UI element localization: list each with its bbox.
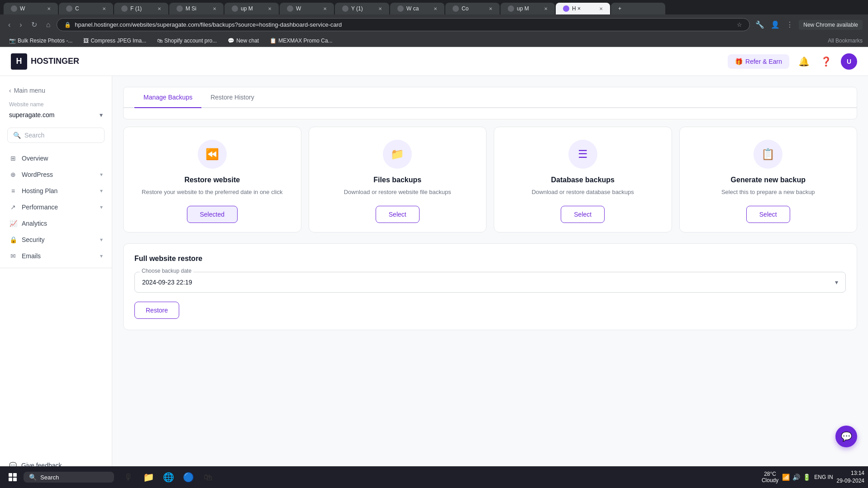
tab-close-icon[interactable]: ✕	[489, 6, 492, 11]
restore-selected-button[interactable]: Selected	[187, 206, 238, 223]
svg-rect-3	[13, 478, 17, 481]
sidebar-item-hosting-plan[interactable]: ≡ Hosting Plan ▾	[0, 183, 112, 199]
chat-button[interactable]: 💬	[835, 426, 857, 447]
browser-tab-plus[interactable]: +	[611, 3, 665, 14]
system-icons: 📶 🔊 🔋	[782, 474, 811, 481]
restore-card-desc: Restore your website to the preferred da…	[142, 188, 282, 197]
tab-close-icon[interactable]: ✕	[268, 6, 272, 11]
taskbar-right: 28°C Cloudy 📶 🔊 🔋 ENG IN 13:14 29-09-202…	[762, 469, 864, 481]
bookmark-item[interactable]: 📷 Bulk Resize Photos -...	[5, 37, 76, 45]
sidebar-item-wordpress[interactable]: ⊕ WordPress ▾	[0, 166, 112, 183]
browser-tab-co[interactable]: Co ✕	[445, 3, 500, 14]
tab-close-icon[interactable]: ✕	[434, 6, 437, 11]
sidebar-item-performance[interactable]: ↗ Performance ▾	[0, 199, 112, 215]
sidebar-item-label: Performance	[22, 204, 58, 211]
date-display: 29-09-2024	[837, 477, 864, 481]
taskbar-app-edge[interactable]: 🌐	[159, 468, 177, 481]
logo: H HOSTINGER	[11, 53, 79, 70]
tab-manage-backups[interactable]: Manage Backups	[134, 87, 201, 108]
browser-tab-w2[interactable]: W ✕	[280, 3, 334, 14]
forward-button[interactable]: ›	[17, 19, 24, 31]
new-chrome-button[interactable]: New Chrome available	[799, 20, 863, 30]
tab-favicon	[232, 5, 238, 12]
star-icon[interactable]: ☆	[737, 21, 742, 28]
tab-close-icon[interactable]: ✕	[599, 6, 603, 11]
tab-restore-history[interactable]: Restore History	[201, 87, 263, 108]
browser-tab-upm[interactable]: up M ✕	[224, 3, 279, 14]
generate-select-button[interactable]: Select	[746, 206, 790, 223]
svg-rect-2	[9, 478, 12, 481]
sidebar-item-label: Security	[22, 236, 45, 243]
weather-info: 28°C Cloudy	[762, 471, 778, 481]
sidebar-item-security[interactable]: 🔒 Security ▾	[0, 232, 112, 248]
taskbar-search-text: Search	[40, 474, 59, 481]
chevron-left-icon: ‹	[9, 87, 11, 94]
refer-earn-button[interactable]: 🎁 Refer & Earn	[728, 54, 789, 69]
app-body: ‹ Main menu Website name superagate.com …	[0, 76, 868, 481]
notifications-button[interactable]: 🔔	[796, 54, 811, 69]
bookmark-item[interactable]: 💬 New chat	[224, 37, 262, 45]
bookmarks-bar: 📷 Bulk Resize Photos -... 🖼 Compress JPE…	[0, 35, 868, 47]
user-avatar[interactable]: U	[841, 53, 857, 70]
taskbar-app-cortana[interactable]: 🎙	[119, 468, 138, 481]
security-icon: 🔒	[9, 236, 17, 243]
weather-temp: 28°C	[764, 471, 776, 477]
url-bar[interactable]: 🔒 hpanel.hostinger.com/websites/superaga…	[57, 18, 750, 31]
sidebar-item-emails[interactable]: ✉ Emails ▾	[0, 248, 112, 264]
back-button[interactable]: ‹	[5, 19, 13, 31]
tab-close-icon[interactable]: ✕	[544, 6, 548, 11]
files-icon-circle: 📁	[383, 140, 412, 169]
browser-tab-c[interactable]: C ✕	[59, 3, 113, 14]
taskbar-search[interactable]: 🔍 Search	[24, 472, 114, 481]
restore-button[interactable]: Restore	[134, 302, 179, 319]
bookmark-item[interactable]: 🛍 Shopify account pro...	[153, 37, 220, 45]
start-button[interactable]	[4, 468, 22, 481]
files-select-button[interactable]: Select	[376, 206, 420, 223]
reload-button[interactable]: ↻	[29, 19, 40, 31]
tab-close-icon[interactable]: ✕	[102, 6, 106, 11]
help-button[interactable]: ❓	[819, 54, 834, 69]
all-bookmarks-button[interactable]: All Bookmarks	[828, 38, 863, 44]
tab-close-icon[interactable]: ✕	[47, 6, 51, 11]
chevron-down-icon: ▾	[100, 188, 103, 194]
sidebar-item-analytics[interactable]: 📈 Analytics	[0, 215, 112, 232]
taskbar-app-store[interactable]: 🛍	[199, 468, 217, 481]
restore-card-title: Restore website	[184, 176, 240, 184]
browser-tab-wca[interactable]: W ca ✕	[390, 3, 444, 14]
date-picker-input[interactable]: 2024-09-23 22:19 ▾	[134, 272, 846, 293]
website-selector[interactable]: superagate.com ▾	[0, 109, 112, 124]
back-to-main-menu[interactable]: ‹ Main menu	[0, 83, 112, 98]
tab-close-icon[interactable]: ✕	[378, 6, 382, 11]
tab-close-icon[interactable]: ✕	[323, 6, 327, 11]
tab-close-icon[interactable]: ✕	[213, 6, 216, 11]
menu-button[interactable]: ⋮	[784, 19, 795, 31]
restore-section-title: Full website restore	[134, 255, 846, 263]
browser-tab-f[interactable]: F (1) ✕	[114, 3, 168, 14]
browser-tab-y[interactable]: Y (1) ✕	[335, 3, 389, 14]
sidebar-item-overview[interactable]: ⊞ Overview	[0, 150, 112, 166]
date-picker-value: 2024-09-23 22:19	[142, 279, 192, 286]
browser-tab-h-active[interactable]: H × ✕	[556, 3, 610, 14]
app-header: H HOSTINGER 🎁 Refer & Earn 🔔 ❓ U	[0, 47, 868, 76]
gift-icon: 🎁	[735, 58, 743, 65]
database-select-button[interactable]: Select	[561, 206, 605, 223]
bookmark-item[interactable]: 🖼 Compress JPEG Ima...	[80, 37, 150, 45]
files-card-title: Files backups	[373, 176, 421, 184]
database-icon: ☰	[578, 148, 588, 161]
emails-icon: ✉	[9, 252, 17, 260]
taskbar-app-explorer[interactable]: 📁	[139, 468, 157, 481]
taskbar-time: 13:14 29-09-2024	[837, 469, 864, 481]
home-button[interactable]: ⌂	[43, 19, 53, 31]
tab-close-icon[interactable]: ✕	[157, 6, 161, 11]
language-indicator: ENG IN	[814, 474, 833, 480]
sidebar-search[interactable]: 🔍 Search	[7, 128, 105, 143]
header-right: 🎁 Refer & Earn 🔔 ❓ U	[728, 53, 857, 70]
browser-tab-w1[interactable]: W ✕	[4, 3, 58, 14]
profile-button[interactable]: 👤	[769, 19, 782, 31]
browser-tab-m[interactable]: M Si ✕	[169, 3, 224, 14]
generate-card-title: Generate new backup	[731, 176, 806, 184]
bookmark-item[interactable]: 📋 MEXMAX Promo Ca...	[266, 37, 336, 45]
extensions-button[interactable]: 🔧	[754, 19, 766, 31]
taskbar-app-chrome[interactable]: 🔵	[179, 468, 197, 481]
browser-tab-upm2[interactable]: up M ✕	[501, 3, 555, 14]
